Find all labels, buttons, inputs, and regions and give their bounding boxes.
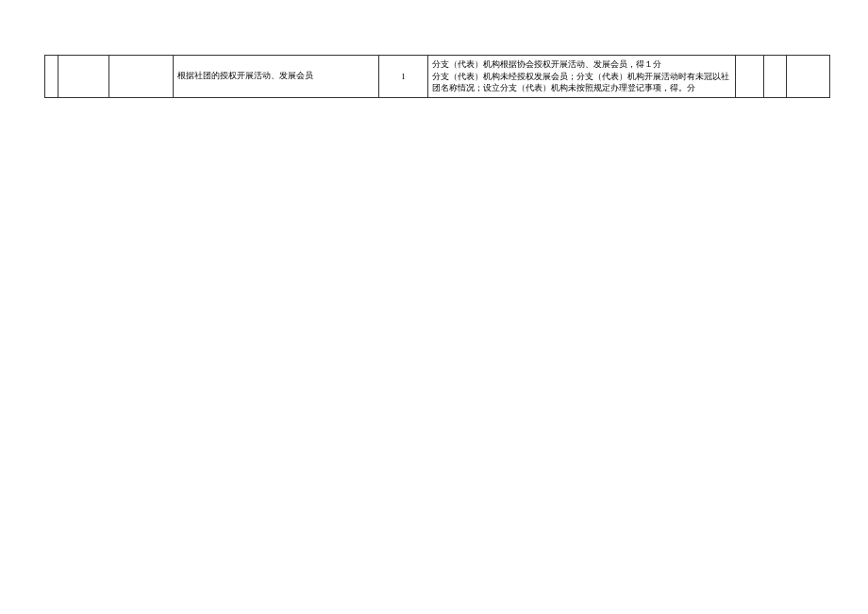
cell-col7	[736, 56, 764, 98]
cell-score: 1	[379, 56, 428, 98]
cell-col9	[787, 56, 830, 98]
table-row: 根据社团的授权开展活动、发展会员 1 分支（代表）机构根据协会授权开展活动、发展…	[45, 56, 830, 98]
cell-col1	[45, 56, 58, 98]
cell-description: 根据社团的授权开展活动、发展会员	[174, 56, 379, 98]
table: 根据社团的授权开展活动、发展会员 1 分支（代表）机构根据协会授权开展活动、发展…	[44, 55, 830, 98]
cell-col2	[58, 56, 109, 98]
cell-criteria: 分支（代表）机构根据协会授权开展活动、发展会员，得１分分支（代表）机构未经授权发…	[428, 56, 736, 98]
cell-col3	[109, 56, 174, 98]
cell-col8	[764, 56, 787, 98]
evaluation-table: 根据社团的授权开展活动、发展会员 1 分支（代表）机构根据协会授权开展活动、发展…	[44, 55, 829, 98]
